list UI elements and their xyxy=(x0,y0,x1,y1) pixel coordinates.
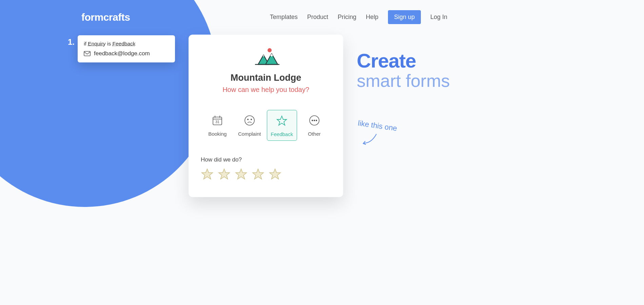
rule-is-text: is xyxy=(107,41,111,46)
svg-point-14 xyxy=(316,120,317,121)
nav-product[interactable]: Product xyxy=(307,14,328,21)
option-feedback[interactable]: Feedback xyxy=(267,110,297,141)
hero-heading: Create smart forms xyxy=(357,51,450,90)
frown-icon xyxy=(244,115,255,128)
rating-star-4[interactable] xyxy=(252,168,265,182)
svg-point-12 xyxy=(312,120,313,121)
svg-point-13 xyxy=(314,120,315,121)
star-rating xyxy=(201,168,331,182)
rating-star-5[interactable] xyxy=(269,168,281,182)
svg-rect-0 xyxy=(84,51,90,56)
rule-email-value: feedback@lodge.com xyxy=(94,50,150,57)
rating-star-3[interactable] xyxy=(235,168,248,182)
mail-icon xyxy=(84,51,91,56)
rule-number: 1. xyxy=(68,37,75,47)
option-complaint-label: Complaint xyxy=(238,131,261,137)
signup-button[interactable]: Sign up xyxy=(388,10,421,24)
enquiry-options: 31 Booking Complaint Feedba xyxy=(201,110,331,141)
option-feedback-label: Feedback xyxy=(271,131,293,137)
main-nav: Templates Product Pricing Help Sign up L… xyxy=(270,10,624,24)
svg-point-1 xyxy=(268,48,272,52)
star-icon xyxy=(276,115,288,128)
mountain-logo-icon xyxy=(201,47,331,66)
rule-card: if Enquiry is Feedback feedback@lodge.co… xyxy=(78,35,175,62)
option-complaint[interactable]: Complaint xyxy=(235,110,265,141)
hero-line2: smart forms xyxy=(357,72,450,90)
svg-point-9 xyxy=(247,119,248,120)
calendar-icon: 31 xyxy=(212,115,223,128)
rating-question: How did we do? xyxy=(201,156,331,163)
svg-point-10 xyxy=(251,119,252,120)
nav-templates[interactable]: Templates xyxy=(270,14,298,21)
rule-condition: if Enquiry is Feedback xyxy=(84,41,169,47)
form-subtitle: How can we help you today? xyxy=(201,86,331,94)
arrow-icon xyxy=(361,133,378,148)
logo[interactable]: formcrafts xyxy=(81,12,130,23)
rule-feedback-value[interactable]: Feedback xyxy=(112,41,135,46)
nav-pricing[interactable]: Pricing xyxy=(338,14,356,21)
ellipsis-icon xyxy=(309,115,320,128)
hero-line1: Create xyxy=(357,51,450,71)
svg-point-8 xyxy=(245,116,254,125)
rule-if-text: if xyxy=(84,41,86,46)
nav-help[interactable]: Help xyxy=(366,14,378,21)
rating-star-2[interactable] xyxy=(218,168,231,182)
rating-star-1[interactable] xyxy=(201,168,214,182)
rule-enquiry-field[interactable]: Enquiry xyxy=(88,41,106,46)
rule-action: feedback@lodge.com xyxy=(84,50,169,57)
option-booking-label: Booking xyxy=(208,131,227,137)
nav-login[interactable]: Log In xyxy=(430,14,447,21)
header: formcrafts Templates Product Pricing Hel… xyxy=(0,0,644,24)
hero-annotation: like this one xyxy=(357,119,398,133)
option-booking[interactable]: 31 Booking xyxy=(203,110,232,141)
decorative-circle xyxy=(0,0,217,207)
option-other-label: Other xyxy=(308,131,321,137)
form-title: Mountain Lodge xyxy=(201,73,331,83)
form-card: Mountain Lodge How can we help you today… xyxy=(189,35,343,197)
option-other[interactable]: Other xyxy=(300,110,329,141)
svg-text:31: 31 xyxy=(215,120,219,124)
